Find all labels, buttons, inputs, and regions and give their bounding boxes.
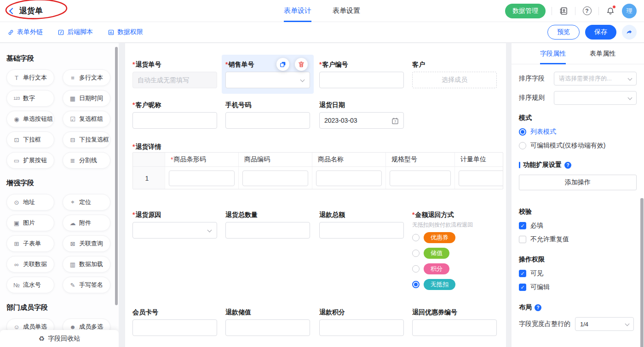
- field-btn-image[interactable]: ▣图片: [6, 215, 54, 231]
- field-width-select[interactable]: 1/4: [575, 317, 634, 331]
- field-btn-linked-data[interactable]: ∞关联数据: [6, 256, 54, 273]
- unit-input[interactable]: [459, 171, 503, 186]
- field-recycle-bin[interactable]: ♻ 字段回收站: [0, 330, 119, 347]
- avatar[interactable]: 理: [622, 4, 637, 18]
- option-points[interactable]: 积分: [412, 263, 449, 274]
- field-refund-stored[interactable]: 退款储值: [225, 307, 310, 336]
- field-customer[interactable]: 客户 选择成员: [412, 60, 497, 88]
- check-required[interactable]: 必填: [519, 222, 637, 230]
- page-scrollbar[interactable]: [640, 198, 644, 347]
- share-button[interactable]: [622, 25, 637, 40]
- check-visible[interactable]: 可见: [519, 269, 637, 278]
- reason-select[interactable]: [132, 222, 217, 239]
- field-btn-datetime[interactable]: ▦日期时间: [63, 90, 110, 107]
- field-btn-dropdown-multi[interactable]: ⊟下拉复选框: [63, 131, 110, 148]
- option-stored-value[interactable]: 储值: [412, 248, 449, 259]
- field-mobile[interactable]: 手机号码: [225, 100, 310, 129]
- checkbox-checked-icon[interactable]: [519, 222, 526, 229]
- refund-points-input[interactable]: [319, 319, 404, 336]
- coupon-no-input[interactable]: [412, 319, 497, 336]
- backend-script-link[interactable]: 后端脚本: [58, 28, 93, 36]
- tab-form-design[interactable]: 表单设计: [284, 0, 311, 22]
- field-btn-checkbox-group[interactable]: ☑复选框组: [63, 111, 110, 127]
- checkbox-checked-icon[interactable]: [519, 270, 526, 277]
- field-return-no[interactable]: *退货单号: [132, 60, 217, 88]
- product-name-input[interactable]: [316, 171, 382, 186]
- field-btn-attachment[interactable]: ☁附件: [63, 215, 110, 231]
- refund-total-input[interactable]: [319, 222, 404, 239]
- field-customer-no[interactable]: *客户编号: [319, 60, 404, 88]
- field-btn-location[interactable]: ⌖定位: [63, 194, 110, 210]
- radio-selected-icon[interactable]: [519, 128, 526, 136]
- help-question-icon[interactable]: [535, 304, 541, 311]
- field-return-date[interactable]: 退货日期 2023-03-03 7: [319, 100, 404, 129]
- field-refund-total[interactable]: 退款总额: [319, 210, 404, 239]
- preview-button[interactable]: 预览: [547, 25, 580, 40]
- help-icon[interactable]: ?: [581, 6, 592, 17]
- check-editable[interactable]: 可编辑: [519, 283, 637, 291]
- data-manage-button[interactable]: 数据管理: [505, 4, 546, 18]
- radio-selected-icon[interactable]: [412, 281, 420, 288]
- field-btn-dropdown[interactable]: ⊡下拉框: [6, 131, 54, 148]
- delete-field-button[interactable]: [295, 58, 308, 71]
- field-btn-multi-line-text[interactable]: ≡多行文本: [63, 69, 110, 86]
- save-button[interactable]: 保存: [585, 25, 616, 40]
- form-external-link[interactable]: 表单外链: [7, 28, 43, 36]
- form-canvas[interactable]: *退货单号 *销售单号 *客户编号 客户 选择成员 *客户昵称 手机号码 退货日…: [125, 43, 506, 347]
- help-question-icon[interactable]: [564, 162, 571, 169]
- tab-form-properties[interactable]: 表单属性: [590, 43, 615, 64]
- field-reason[interactable]: *退货原因: [132, 210, 217, 239]
- spec-input[interactable]: [390, 171, 451, 186]
- sales-no-select[interactable]: [225, 72, 310, 88]
- field-btn-number[interactable]: 123数字: [6, 90, 54, 107]
- field-member-card[interactable]: 会员卡号: [132, 307, 217, 336]
- refund-stored-input[interactable]: [225, 319, 310, 336]
- option-coupon[interactable]: 优惠券: [412, 232, 455, 243]
- back-icon[interactable]: [9, 7, 16, 14]
- notification-bell-icon[interactable]: [605, 6, 616, 17]
- radio-icon[interactable]: [412, 265, 420, 273]
- field-btn-linked-query[interactable]: ⊠关联查询: [63, 235, 110, 252]
- tab-field-properties[interactable]: 字段属性: [540, 43, 566, 64]
- field-btn-data-load[interactable]: ▥数据加载: [63, 256, 110, 273]
- data-permission-link[interactable]: 数据权限: [108, 28, 143, 36]
- mode-option-editable[interactable]: 可编辑模式(仅移动端有效): [519, 142, 637, 150]
- mobile-input[interactable]: [225, 112, 310, 129]
- copy-field-button[interactable]: [276, 58, 289, 71]
- radio-icon[interactable]: [412, 250, 420, 257]
- radio-icon[interactable]: [412, 234, 420, 241]
- option-no-deduction[interactable]: 无抵扣: [412, 279, 455, 290]
- field-coupon-no[interactable]: 退回优惠券编号: [412, 307, 497, 336]
- mode-option-list[interactable]: 列表模式: [519, 128, 637, 136]
- detail-subtable[interactable]: *商品条形码 商品编码 商品名称 规格型号 计量单位 1: [132, 152, 503, 189]
- radio-icon[interactable]: [519, 142, 526, 149]
- field-btn-single-line-text[interactable]: T单行文本: [6, 69, 54, 86]
- member-card-input[interactable]: [132, 319, 217, 336]
- field-btn-signature[interactable]: ✎手写签名: [63, 277, 110, 293]
- checkbox-icon[interactable]: [519, 236, 526, 243]
- add-action-button[interactable]: 添加操作: [519, 175, 637, 190]
- return-date-input[interactable]: 2023-03-03 7: [319, 112, 404, 129]
- check-no-duplicate[interactable]: 不允许重复值: [519, 235, 637, 244]
- barcode-input[interactable]: [169, 171, 235, 186]
- field-btn-extend-button[interactable]: ▭扩展按钮: [6, 152, 54, 169]
- field-refund-method[interactable]: *金额退回方式 无抵扣则按付款流程退回 优惠券 储值 积分 无抵扣: [412, 210, 497, 302]
- product-code-input[interactable]: [242, 171, 308, 186]
- field-nickname[interactable]: *客户昵称: [132, 100, 217, 129]
- checkbox-checked-icon[interactable]: [519, 284, 526, 291]
- return-no-input[interactable]: [132, 72, 217, 88]
- field-refund-points[interactable]: 退款积分: [319, 307, 404, 336]
- field-btn-address[interactable]: ⊙地址: [6, 194, 54, 210]
- address-book-icon[interactable]: [558, 6, 569, 17]
- total-qty-input[interactable]: [225, 222, 310, 239]
- field-btn-radio-group[interactable]: ◉单选按钮组: [6, 111, 54, 127]
- field-btn-divider[interactable]: ≣分割线: [63, 152, 110, 169]
- nickname-input[interactable]: [132, 112, 217, 129]
- member-picker-button[interactable]: 选择成员: [412, 72, 497, 88]
- tab-form-settings[interactable]: 表单设置: [333, 0, 360, 22]
- field-btn-subform[interactable]: ⊞子表单: [6, 235, 54, 252]
- sort-rule-select[interactable]: [554, 91, 637, 105]
- sort-field-select[interactable]: 请选择需要排序的...: [554, 72, 637, 85]
- field-total-qty[interactable]: 退货总数量: [225, 210, 310, 239]
- sidebar-scrollbar[interactable]: [115, 47, 118, 305]
